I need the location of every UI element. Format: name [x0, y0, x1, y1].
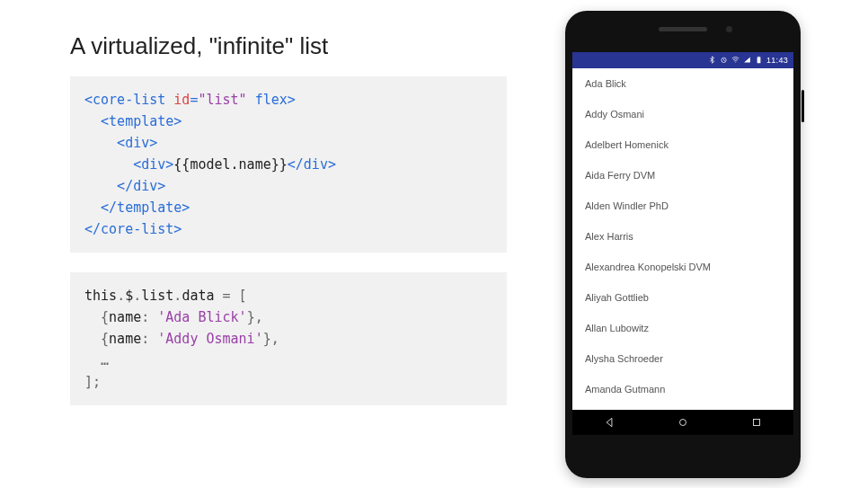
code-token: {{model.name}} — [173, 156, 287, 173]
virtual-list[interactable]: Ada Blick Addy Osmani Adelbert Homenick … — [572, 68, 793, 410]
code-token: … — [84, 352, 109, 368]
code-token: { — [84, 331, 109, 347]
code-token: "list" — [198, 92, 246, 108]
alarm-icon — [720, 56, 728, 64]
code-token: . — [117, 288, 125, 304]
bluetooth-icon — [708, 56, 716, 64]
recents-button[interactable] — [739, 416, 775, 429]
home-button[interactable] — [665, 416, 701, 429]
code-token: $ — [125, 288, 133, 304]
code-token: </core-list> — [84, 221, 182, 237]
code-token: { — [84, 309, 109, 325]
code-token: 'Ada Blick' — [149, 309, 246, 325]
list-item[interactable]: Aliyah Gottlieb — [572, 282, 793, 313]
list-item[interactable]: Adelbert Homenick — [572, 129, 793, 160]
code-token: <core-list — [84, 92, 165, 108]
list-item[interactable]: Alex Harris — [572, 221, 793, 252]
code-token: flex> — [247, 92, 296, 108]
code-token: }, — [263, 331, 279, 347]
svg-point-1 — [735, 62, 736, 63]
wifi-icon — [731, 56, 740, 64]
phone-power-button — [802, 90, 804, 122]
code-token: <div> — [84, 156, 173, 173]
code-token: name — [109, 331, 141, 347]
list-item[interactable]: Amanda Gutmann — [572, 374, 793, 400]
back-button[interactable] — [591, 416, 627, 429]
code-block-template: <core-list id="list" flex> <template> <d… — [70, 76, 507, 253]
code-token: this — [84, 288, 117, 304]
list-item[interactable]: Alexandrea Konopelski DVM — [572, 252, 793, 282]
phone-camera — [726, 26, 732, 32]
code-token: }, — [247, 309, 263, 325]
status-clock: 11:43 — [766, 56, 788, 65]
list-item[interactable]: Aida Ferry DVM — [572, 160, 793, 191]
list-item[interactable]: Alysha Schroeder — [572, 343, 793, 374]
list-item[interactable]: Alden Windler PhD — [572, 191, 793, 221]
code-token: </div> — [288, 156, 336, 173]
phone-frame: 11:43 Ada Blick Addy Osmani Adelbert Hom… — [565, 11, 801, 478]
code-token: </div> — [84, 178, 165, 194]
code-token: list — [141, 288, 173, 304]
code-token: ]; — [84, 374, 101, 390]
code-token: 'Addy Osmani' — [149, 331, 262, 347]
status-bar: 11:43 — [572, 52, 793, 68]
svg-rect-3 — [758, 57, 760, 58]
code-token: = [ — [215, 288, 247, 304]
phone-screen: 11:43 Ada Blick Addy Osmani Adelbert Hom… — [572, 52, 793, 435]
battery-icon — [755, 56, 763, 64]
svg-rect-5 — [754, 419, 760, 425]
svg-point-4 — [680, 419, 686, 425]
code-token: <div> — [84, 135, 157, 151]
list-item[interactable]: Allan Lubowitz — [572, 313, 793, 343]
back-icon — [603, 416, 616, 429]
home-icon — [677, 416, 689, 429]
slide-title: A virtualized, "infinite" list — [70, 32, 507, 60]
recents-icon — [750, 416, 763, 429]
svg-rect-2 — [757, 58, 761, 64]
code-block-data: this.$.list.data = [ {name: 'Ada Blick'}… — [70, 272, 507, 405]
code-token: : — [141, 331, 149, 347]
list-item[interactable]: Ada Blick — [572, 68, 793, 99]
android-nav-bar — [572, 410, 793, 435]
code-token: : — [141, 309, 149, 325]
code-token: name — [109, 309, 141, 325]
code-token: . — [133, 288, 141, 304]
code-token: </template> — [84, 200, 190, 216]
code-token: data — [182, 288, 214, 304]
code-token: <template> — [84, 113, 182, 129]
code-token: id — [165, 92, 190, 108]
list-item[interactable]: Addy Osmani — [572, 99, 793, 129]
signal-icon — [743, 56, 751, 64]
